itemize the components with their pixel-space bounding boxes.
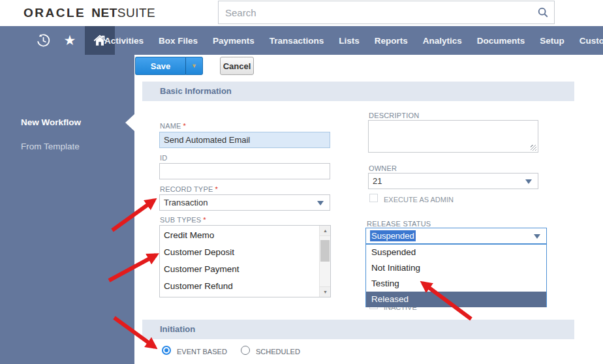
- release-status-dropdown: Suspended Not Initiating Testing Release…: [365, 244, 547, 307]
- scheduled-radio[interactable]: [241, 346, 250, 355]
- netsuite-app: ORACLENETSUITE ★ Activities Box: [0, 0, 603, 364]
- description-textarea[interactable]: [368, 120, 538, 153]
- scheduled-label: SCHEDULED: [256, 348, 300, 356]
- name-label: NAME*: [160, 122, 186, 130]
- release-status-label: RELEASE STATUS: [367, 220, 431, 228]
- execute-as-admin-checkbox[interactable]: [369, 194, 378, 202]
- logo-suite-text: SUITE: [117, 6, 155, 20]
- release-status-value: Suspended: [370, 230, 416, 241]
- recent-records-icon[interactable]: [31, 26, 55, 55]
- chevron-down-icon: [534, 234, 540, 239]
- save-menu-caret-icon[interactable]: ▼: [185, 57, 203, 75]
- logo-oracle-text: ORACLE: [23, 6, 85, 20]
- nav-item-activities[interactable]: Activities: [104, 36, 144, 46]
- release-option-not-initiating[interactable]: Not Initiating: [366, 260, 546, 276]
- cancel-button[interactable]: Cancel: [220, 57, 254, 75]
- nav-item-analytics[interactable]: Analytics: [423, 36, 462, 46]
- oracle-netsuite-logo: ORACLENETSUITE: [23, 6, 155, 20]
- scroll-up-icon[interactable]: ▲: [320, 226, 331, 236]
- nav-menu: Activities Box Files Payments Transactio…: [104, 26, 603, 55]
- chevron-down-icon: [317, 201, 324, 205]
- id-label: ID: [160, 154, 167, 162]
- nav-item-payments[interactable]: Payments: [213, 36, 255, 46]
- workflow-sidebar: New Workflow From Template: [0, 55, 134, 364]
- record-type-label: RECORD TYPE*: [160, 185, 218, 193]
- sub-types-options: Credit Memo Customer Deposit Customer Pa…: [160, 226, 330, 297]
- logo-net-text: NET: [91, 6, 117, 20]
- name-field[interactable]: [159, 132, 330, 148]
- sidebar-item-from-template[interactable]: From Template: [21, 142, 80, 151]
- description-label: DESCRIPTION: [369, 112, 419, 119]
- chevron-down-icon: [525, 179, 532, 184]
- global-search: [218, 1, 555, 24]
- main-nav-bar: ★ Activities Box Files Payments Transact…: [0, 26, 603, 55]
- sub-types-scrollbar[interactable]: ▲ ▼: [319, 226, 330, 297]
- basic-information-header: Basic Information: [142, 82, 574, 101]
- nav-item-reports[interactable]: Reports: [375, 36, 408, 46]
- top-header: ORACLENETSUITE: [0, 0, 603, 26]
- scrollbar-thumb[interactable]: [320, 240, 330, 262]
- nav-item-box-files[interactable]: Box Files: [159, 36, 198, 46]
- sub-type-option-deposit[interactable]: Deposit: [160, 295, 330, 297]
- nav-item-documents[interactable]: Documents: [477, 36, 525, 46]
- id-field[interactable]: [159, 163, 330, 179]
- required-asterisk: *: [183, 122, 186, 130]
- release-status-select[interactable]: Suspended: [365, 228, 547, 244]
- event-based-label: EVENT BASED: [177, 348, 227, 356]
- sub-types-listbox[interactable]: Credit Memo Customer Deposit Customer Pa…: [159, 225, 331, 297]
- sub-type-option-credit-memo[interactable]: Credit Memo: [160, 227, 330, 244]
- search-input[interactable]: [219, 7, 532, 18]
- nav-item-transactions[interactable]: Transactions: [270, 36, 324, 46]
- owner-value: 21: [373, 176, 382, 186]
- owner-select[interactable]: 21: [368, 173, 538, 189]
- sub-type-option-customer-refund[interactable]: Customer Refund: [160, 278, 330, 295]
- resize-grip-icon[interactable]: [531, 145, 536, 151]
- execute-as-admin-label: EXECUTE AS ADMIN: [384, 196, 454, 204]
- event-based-radio[interactable]: [162, 346, 171, 355]
- record-type-value: Transaction: [164, 198, 208, 207]
- save-button[interactable]: Save: [135, 57, 185, 75]
- owner-label: OWNER: [369, 164, 397, 172]
- active-item-notch: [125, 114, 134, 131]
- save-split-button: Save ▼: [135, 57, 203, 75]
- required-asterisk: *: [215, 185, 217, 193]
- required-asterisk: *: [203, 216, 206, 224]
- nav-item-setup[interactable]: Setup: [540, 36, 564, 46]
- sub-type-option-customer-payment[interactable]: Customer Payment: [160, 261, 330, 278]
- nav-item-customization[interactable]: Customization: [580, 36, 603, 46]
- shortcuts-star-icon[interactable]: ★: [59, 26, 81, 55]
- record-type-select[interactable]: Transaction: [159, 194, 330, 211]
- search-icon[interactable]: [532, 7, 554, 18]
- nav-item-lists[interactable]: Lists: [339, 36, 360, 46]
- sidebar-item-new-workflow[interactable]: New Workflow: [21, 117, 81, 127]
- sub-types-label: SUB TYPES*: [160, 216, 206, 224]
- release-option-released[interactable]: Released: [366, 292, 546, 307]
- scroll-down-icon[interactable]: ▼: [320, 286, 331, 297]
- release-option-testing[interactable]: Testing: [366, 276, 546, 292]
- release-option-suspended[interactable]: Suspended: [366, 245, 546, 260]
- initiation-header: Initiation: [142, 320, 574, 339]
- sub-type-option-customer-deposit[interactable]: Customer Deposit: [160, 244, 330, 261]
